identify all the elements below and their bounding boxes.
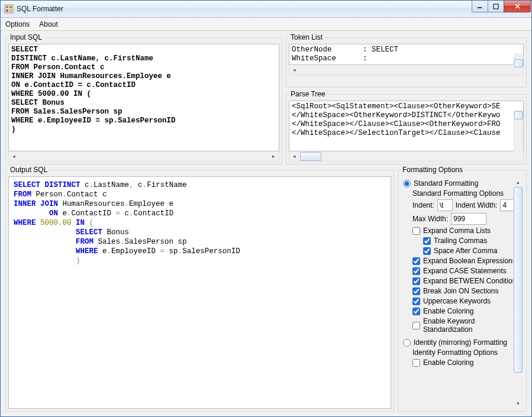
input-sql-textbox[interactable]: SELECT DISTINCT c.LastName, c.FirstName …	[8, 44, 279, 151]
standard-formatting-radio-row: Standard Formatting	[403, 179, 523, 188]
svg-rect-1	[6, 6, 8, 8]
space-after-comma-label: Space After Comma	[434, 247, 497, 255]
expand-boolean-label: Expand Boolean Expressions	[423, 257, 516, 265]
expand-boolean-checkbox[interactable]	[412, 257, 420, 265]
break-join-label: Break Join ON Sections	[423, 287, 498, 295]
keyword-standardization-label: Enable Keyword Standardization	[423, 317, 523, 334]
expand-between-checkbox[interactable]	[412, 277, 420, 285]
menu-about[interactable]: About	[39, 20, 57, 28]
svg-rect-6	[494, 4, 498, 9]
content-area: Input SQL SELECT DISTINCT c.LastName, c.…	[1, 31, 531, 416]
token-vscrollbar[interactable]	[513, 53, 523, 75]
app-icon	[4, 4, 14, 14]
trailing-commas-checkbox[interactable]	[423, 237, 431, 245]
identity-options-heading: Identity Formatting Options	[412, 348, 523, 357]
uppercase-keywords-checkbox[interactable]	[412, 298, 420, 305]
formatting-options-legend: Formatting Options	[401, 166, 465, 174]
keyword-standardization-checkbox[interactable]	[412, 322, 420, 329]
standard-formatting-label: Standard Formatting	[414, 179, 478, 188]
expand-between-label: Expand BETWEEN Conditions	[423, 277, 520, 285]
window-controls	[472, 1, 531, 12]
enable-coloring-checkbox[interactable]	[412, 308, 420, 315]
app-window: SQL Formatter Options About Input SQL SE…	[0, 0, 532, 417]
identity-formatting-label: Identity (mirroring) Formatting	[414, 338, 507, 347]
parse-tree-panel: Parse Tree <SqlRoot><SqlStatement><Claus…	[286, 90, 527, 164]
parse-vscrollbar[interactable]	[513, 110, 523, 161]
parse-tree-textbox[interactable]: <SqlRoot><SqlStatement><Clause><OtherKey…	[289, 101, 524, 151]
parse-hscrollbar[interactable]: ◂ ▸	[289, 151, 524, 161]
max-width-label: Max Width:	[412, 215, 448, 223]
menubar: Options About	[1, 18, 531, 31]
expand-comma-checkbox[interactable]	[412, 227, 420, 235]
expand-case-checkbox[interactable]	[412, 267, 420, 275]
expand-case-label: Expand CASE Statements	[423, 267, 507, 275]
uppercase-keywords-label: Uppercase Keywords	[423, 297, 491, 305]
output-sql-textbox[interactable]: SELECT DISTINCT c.LastName, c.FirstName …	[8, 176, 391, 409]
formatting-options-body: Standard Formatting Standard Formatting …	[401, 176, 524, 409]
scroll-thumb[interactable]	[514, 187, 523, 373]
maximize-button[interactable]	[488, 1, 504, 12]
menu-options[interactable]: Options	[5, 20, 30, 28]
identity-enable-coloring-checkbox[interactable]	[412, 359, 420, 367]
formatting-options-panel: Formatting Options Standard Formatting S…	[398, 166, 527, 412]
max-width-input[interactable]	[451, 213, 486, 225]
identity-enable-coloring-label: Enable Coloring	[423, 358, 473, 367]
input-hscrollbar[interactable]: ◂ ▸	[8, 151, 279, 161]
parse-tree-legend: Parse Tree	[289, 90, 327, 98]
enable-coloring-label: Enable Coloring	[423, 307, 473, 315]
token-hscrollbar[interactable]: ◂ ▸	[289, 65, 524, 75]
scroll-right-icon[interactable]: ▸	[269, 152, 279, 161]
scroll-down-icon[interactable]: ▾	[513, 398, 523, 408]
svg-rect-4	[9, 9, 12, 12]
scroll-left-icon[interactable]: ◂	[9, 152, 19, 161]
token-list-legend: Token List	[289, 33, 324, 41]
scroll-left-icon[interactable]: ◂	[289, 66, 299, 75]
output-sql-legend: Output SQL	[8, 166, 49, 174]
space-after-comma-checkbox[interactable]	[423, 247, 431, 255]
scroll-left-icon[interactable]: ◂	[289, 152, 299, 161]
scroll-up-icon[interactable]: ▴	[513, 177, 523, 187]
indent-width-label: Indent Width:	[456, 201, 498, 209]
break-join-checkbox[interactable]	[412, 287, 420, 295]
output-sql-panel: Output SQL SELECT DISTINCT c.LastName, c…	[5, 166, 394, 412]
window-title: SQL Formatter	[17, 5, 472, 13]
svg-rect-2	[9, 6, 12, 8]
svg-rect-3	[6, 9, 8, 12]
scroll-thumb[interactable]	[300, 152, 321, 161]
indent-input[interactable]	[437, 199, 453, 211]
titlebar[interactable]: SQL Formatter	[1, 1, 531, 18]
token-list-textbox[interactable]: OtherNode : SELECT WhiteSpace :	[289, 44, 524, 65]
identity-formatting-radio-row: Identity (mirroring) Formatting	[403, 338, 523, 347]
options-vscrollbar[interactable]: ▴ ▾	[513, 177, 523, 408]
token-list-panel: Token List OtherNode : SELECT WhiteSpace…	[286, 33, 527, 88]
input-sql-panel: Input SQL SELECT DISTINCT c.LastName, c.…	[5, 33, 282, 164]
expand-comma-label: Expand Comma Lists	[423, 227, 491, 235]
close-button[interactable]	[504, 1, 531, 12]
identity-formatting-radio[interactable]	[403, 339, 411, 347]
standard-formatting-radio[interactable]	[403, 180, 411, 188]
trailing-commas-label: Trailing Commas	[434, 237, 487, 245]
standard-options-heading: Standard Formatting Options	[412, 189, 523, 198]
input-sql-legend: Input SQL	[8, 33, 44, 41]
minimize-button[interactable]	[472, 1, 488, 12]
indent-label: Indent:	[412, 201, 434, 209]
